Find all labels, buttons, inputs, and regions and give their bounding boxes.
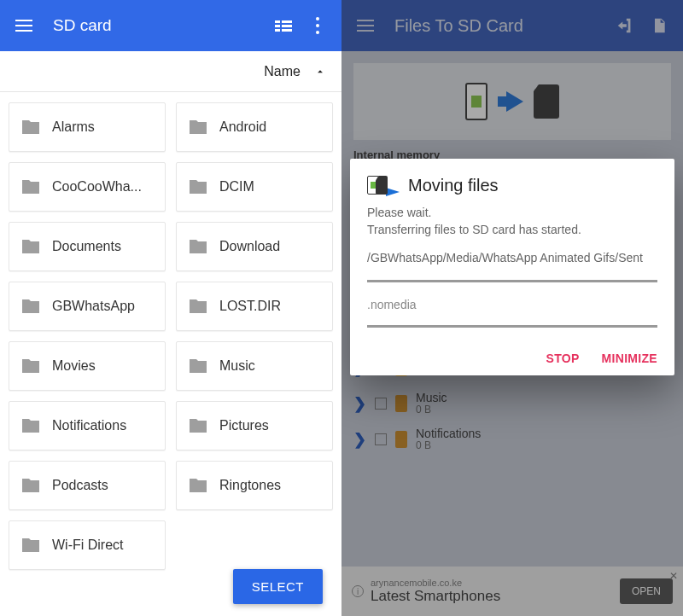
left-title: SD card	[53, 16, 266, 35]
folder-label: CooCooWha...	[52, 179, 142, 195]
row-name: Music	[416, 391, 447, 404]
folder-label: Ringtones	[219, 478, 281, 493]
folder-icon	[18, 177, 44, 197]
folder-label: Alarms	[52, 119, 95, 135]
phone-icon	[465, 83, 487, 120]
folder-icon	[18, 296, 44, 317]
file-picker-app: SD card Name AlarmsAndroidCooCooWha...DC…	[0, 0, 342, 616]
folder-icon	[185, 117, 211, 137]
folder-grid: AlarmsAndroidCooCooWha...DCIMDocumentsDo…	[0, 92, 342, 616]
row-sub: 0 B	[416, 404, 447, 416]
ad-info-icon[interactable]: i	[352, 585, 364, 597]
left-app-bar: SD card	[0, 0, 342, 51]
chevron-right-icon: ❯	[353, 430, 366, 449]
folder-icon	[18, 416, 44, 436]
folder-icon	[18, 535, 44, 555]
transfer-graphic	[353, 63, 671, 140]
sort-label: Name	[264, 64, 301, 79]
moving-files-dialog: Moving files Please wait. Transferring f…	[350, 159, 674, 375]
dialog-transfer-icon	[367, 174, 400, 196]
menu-icon[interactable]	[348, 9, 382, 43]
folder-label: Wi-Fi Direct	[52, 538, 124, 553]
folder-label: Notifications	[52, 418, 126, 433]
folder-item[interactable]: Movies	[9, 341, 166, 391]
folder-item[interactable]: GBWhatsApp	[9, 282, 166, 331]
arrow-right-icon	[498, 91, 523, 112]
move-icon[interactable]	[608, 9, 642, 43]
sort-bar[interactable]: Name	[0, 51, 342, 92]
menu-icon[interactable]	[7, 9, 41, 43]
ad-banner[interactable]: i arynancemobile.co.ke Latest Smartphone…	[342, 567, 683, 616]
folder-icon	[18, 475, 44, 496]
folder-item[interactable]: DCIM	[176, 162, 333, 212]
progress-bar-folder	[367, 280, 657, 282]
folder-icon	[18, 117, 44, 137]
folder-small-icon	[395, 431, 407, 448]
ad-headline: Latest Smartphones	[371, 588, 620, 605]
folder-item[interactable]: Alarms	[9, 102, 166, 152]
dialog-title: Moving files	[408, 176, 499, 195]
document-icon[interactable]	[642, 9, 676, 43]
folder-item[interactable]: Ringtones	[176, 461, 333, 510]
minimize-button[interactable]: MINIMIZE	[602, 352, 657, 365]
dialog-path: /GBWhatsApp/Media/WhatsApp Animated Gifs…	[367, 250, 657, 266]
folder-item[interactable]: Wi-Fi Direct	[9, 520, 166, 570]
folder-label: Podcasts	[52, 478, 108, 493]
folder-item[interactable]: CooCooWha...	[9, 162, 166, 212]
select-button[interactable]: SELECT	[233, 569, 323, 604]
folder-icon	[185, 296, 211, 317]
folder-icon	[185, 356, 211, 376]
stop-button[interactable]: STOP	[546, 352, 580, 365]
list-item[interactable]: ❯Notifications0 B	[353, 421, 671, 457]
row-sub: 0 B	[416, 440, 481, 452]
chevron-right-icon: ❯	[353, 394, 366, 413]
view-list-icon[interactable]	[266, 9, 301, 43]
sdcard-icon	[534, 84, 559, 119]
progress-bar-file	[367, 325, 657, 328]
dialog-status: Please wait. Transferring files to SD ca…	[367, 205, 657, 238]
checkbox[interactable]	[375, 433, 387, 445]
list-item[interactable]: ❯Music0 B	[353, 386, 671, 421]
ad-domain: arynancemobile.co.ke	[371, 578, 620, 588]
folder-label: Pictures	[219, 418, 269, 433]
folder-label: GBWhatsApp	[52, 299, 135, 314]
row-name: Notifications	[416, 427, 481, 440]
folder-icon	[185, 177, 211, 197]
folder-label: Movies	[52, 358, 96, 374]
folder-label: DCIM	[219, 179, 254, 195]
folder-item[interactable]: Download	[176, 222, 333, 271]
folder-label: Documents	[52, 239, 121, 254]
folder-item[interactable]: Music	[176, 341, 333, 391]
right-app-bar: Files To SD Card	[342, 0, 683, 51]
folder-icon	[185, 475, 211, 496]
dialog-file: .nomedia	[367, 298, 657, 311]
ad-open-button[interactable]: OPEN	[620, 578, 673, 604]
overflow-icon[interactable]	[301, 9, 335, 43]
folder-small-icon	[395, 395, 407, 412]
folder-icon	[185, 236, 211, 257]
folder-label: Android	[219, 119, 266, 135]
chevron-up-icon	[314, 66, 326, 78]
folder-label: Music	[219, 358, 255, 374]
folder-item[interactable]: LOST.DIR	[176, 282, 333, 331]
folder-item[interactable]: Podcasts	[9, 461, 166, 510]
ad-close-icon[interactable]: ✕	[669, 570, 678, 582]
folder-icon	[18, 236, 44, 257]
folder-item[interactable]: Documents	[9, 222, 166, 271]
folder-item[interactable]: Pictures	[176, 401, 333, 450]
files-to-sd-app: Files To SD Card Internal memory 15 GB ❯…	[342, 0, 683, 616]
folder-icon	[185, 416, 211, 436]
checkbox[interactable]	[375, 398, 387, 410]
folder-label: Download	[219, 239, 280, 254]
folder-label: LOST.DIR	[219, 299, 281, 314]
folder-icon	[18, 356, 44, 376]
right-title: Files To SD Card	[394, 16, 608, 36]
folder-item[interactable]: Notifications	[9, 401, 166, 450]
folder-item[interactable]: Android	[176, 102, 333, 152]
